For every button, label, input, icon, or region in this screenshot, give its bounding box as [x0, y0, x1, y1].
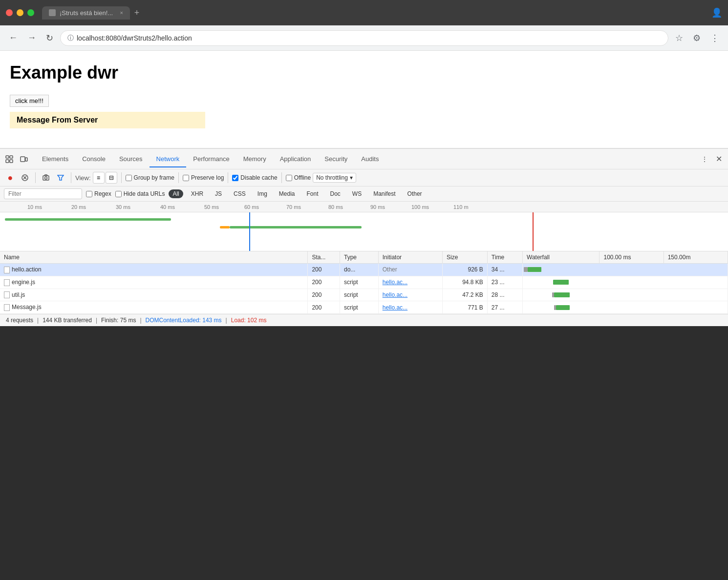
throttling-text: No throttling	[316, 174, 348, 181]
load-marker	[533, 212, 534, 251]
waterfall-view-button[interactable]: ⊟	[106, 172, 117, 184]
offline-checkbox[interactable]	[286, 175, 292, 181]
dom-content-loaded-link[interactable]: DOMContentLoaded: 143 ms	[146, 317, 222, 324]
svg-rect-1	[10, 156, 13, 158]
regex-checkbox[interactable]	[86, 191, 92, 197]
menu-icon[interactable]: ⋮	[707, 31, 722, 45]
cell-waterfall	[523, 289, 728, 301]
inspector-icon[interactable]	[2, 152, 17, 166]
svg-marker-11	[58, 175, 64, 180]
devtools-toggle-icon[interactable]: 👤	[711, 7, 722, 18]
tab-audits[interactable]: Audits	[354, 151, 385, 167]
filter-type-manifest[interactable]: Manifest	[369, 189, 399, 198]
throttling-chevron-icon: ▾	[350, 174, 353, 181]
cell-size: 926 B	[442, 264, 487, 276]
filter-input[interactable]	[4, 188, 82, 199]
filter-type-img[interactable]: Img	[254, 189, 271, 198]
page-content: Example dwr click me!!! Message From Ser…	[0, 51, 728, 148]
col-type[interactable]: Type	[340, 251, 379, 264]
cell-waterfall	[523, 276, 728, 289]
table-row[interactable]: engine.js200scripthello.ac...94.8 KB23 .…	[0, 276, 728, 289]
device-toolbar-icon[interactable]	[17, 152, 31, 166]
close-traffic-light[interactable]	[6, 9, 13, 16]
extensions-icon[interactable]: ⚙	[690, 31, 704, 45]
filter-type-font[interactable]: Font	[303, 189, 322, 198]
back-button[interactable]: ←	[6, 31, 21, 45]
tab-sources[interactable]: Sources	[112, 151, 150, 167]
col-time[interactable]: Time	[487, 251, 522, 264]
table-row[interactable]: Message.js200scripthello.ac...771 B27 ..…	[0, 301, 728, 314]
filter-bar: Regex Hide data URLs All XHR JS CSS Img …	[0, 186, 728, 202]
tab-network[interactable]: Network	[150, 151, 187, 167]
status-sep-3: |	[140, 317, 141, 324]
tab-security[interactable]: Security	[318, 151, 354, 167]
url-bar[interactable]: ⓘ localhost:8080/dwrStruts2/hello.action	[60, 30, 668, 46]
devtools-close-button[interactable]: ✕	[712, 152, 726, 166]
tab-elements[interactable]: Elements	[35, 151, 75, 167]
forward-button[interactable]: →	[24, 31, 39, 45]
maximize-traffic-light[interactable]	[27, 9, 34, 16]
group-by-frame-checkbox[interactable]	[126, 175, 132, 181]
group-by-frame-text: Group by frame	[134, 174, 174, 181]
tick-70ms: 70 ms	[286, 204, 301, 210]
reload-button[interactable]: ↻	[43, 31, 56, 45]
group-by-frame-label: Group by frame	[126, 174, 174, 181]
url-text: localhost:8080/dwrStruts2/hello.action	[77, 34, 192, 42]
tab-title: ¡Struts está bien!...	[60, 9, 113, 17]
camera-button[interactable]	[40, 171, 52, 184]
status-sep-1: |	[37, 317, 39, 324]
filter-type-xhr[interactable]: XHR	[187, 189, 207, 198]
tab-application[interactable]: Application	[273, 151, 318, 167]
click-me-button[interactable]: click me!!!	[10, 95, 49, 107]
col-size[interactable]: Size	[442, 251, 487, 264]
cell-status: 200	[308, 301, 340, 314]
tick-110ms: 110 m	[453, 204, 469, 210]
minimize-traffic-light[interactable]	[17, 9, 23, 16]
regex-text: Regex	[94, 190, 111, 197]
preserve-log-checkbox[interactable]	[183, 175, 189, 181]
col-waterfall[interactable]: Waterfall	[523, 251, 600, 264]
table-row[interactable]: hello.action200do...Other926 B34 ...	[0, 264, 728, 276]
cell-type: do...	[340, 264, 379, 276]
tab-console[interactable]: Console	[75, 151, 112, 167]
load-link[interactable]: Load: 102 ms	[231, 317, 267, 324]
toolbar-separator-2	[71, 172, 71, 183]
tick-80ms: 80 ms	[328, 204, 343, 210]
cell-initiator: hello.ac...	[378, 289, 442, 301]
more-tabs-button[interactable]: ⋮	[697, 153, 712, 165]
filter-type-css[interactable]: CSS	[230, 189, 250, 198]
filter-type-js[interactable]: JS	[211, 189, 226, 198]
status-transferred: 144 KB transferred	[43, 317, 92, 324]
col-initiator[interactable]: Initiator	[378, 251, 442, 264]
tab-performance[interactable]: Performance	[186, 151, 236, 167]
cell-time: 28 ...	[487, 289, 522, 301]
filter-type-other[interactable]: Other	[404, 189, 426, 198]
cell-size: 771 B	[442, 301, 487, 314]
tab-close-button[interactable]: ×	[120, 10, 123, 16]
disable-cache-checkbox[interactable]	[232, 175, 238, 181]
active-tab[interactable]: ¡Struts está bien!... ×	[42, 6, 130, 20]
filter-type-doc[interactable]: Doc	[326, 189, 344, 198]
filter-button[interactable]	[54, 171, 67, 184]
title-bar: ¡Struts está bien!... × + 👤	[0, 0, 728, 25]
col-name[interactable]: Name	[0, 251, 308, 264]
filter-type-media[interactable]: Media	[275, 189, 299, 198]
status-bar: 4 requests | 144 KB transferred | Finish…	[0, 314, 728, 326]
table-row[interactable]: util.js200scripthello.ac...47.2 KB28 ...	[0, 289, 728, 301]
hide-data-urls-checkbox[interactable]	[115, 191, 122, 197]
throttling-dropdown[interactable]: No throttling ▾	[313, 173, 356, 183]
tick-30ms: 30 ms	[116, 204, 130, 210]
list-view-button[interactable]: ≡	[93, 172, 105, 184]
new-tab-button[interactable]: +	[130, 6, 144, 20]
cell-name: util.js	[0, 289, 308, 301]
bookmark-icon[interactable]: ☆	[672, 31, 686, 45]
record-button[interactable]: ●	[4, 171, 17, 184]
clear-button[interactable]	[19, 171, 31, 184]
col-status[interactable]: Sta...	[308, 251, 340, 264]
file-icon	[4, 279, 10, 286]
filter-type-ws[interactable]: WS	[348, 189, 365, 198]
cell-name: engine.js	[0, 276, 308, 289]
disable-cache-label: Disable cache	[232, 174, 277, 181]
tab-memory[interactable]: Memory	[236, 151, 273, 167]
filter-type-all[interactable]: All	[169, 189, 183, 198]
